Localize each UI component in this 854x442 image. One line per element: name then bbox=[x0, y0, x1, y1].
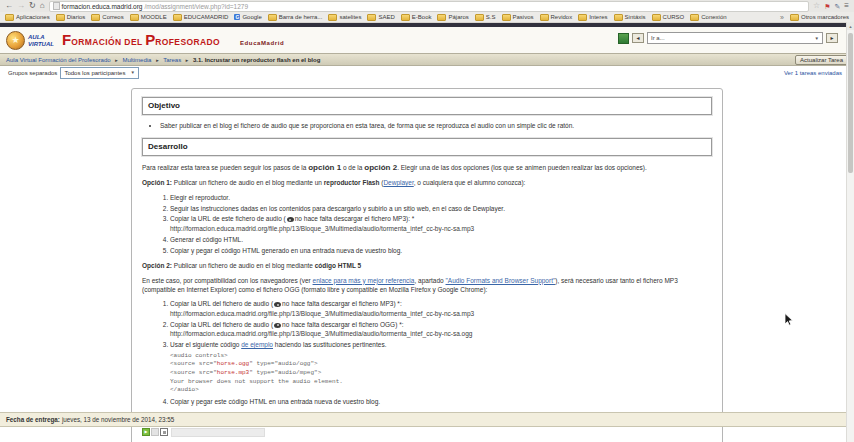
folder-icon bbox=[578, 14, 587, 21]
play-button[interactable]: ▶ bbox=[142, 428, 150, 436]
progress-bar[interactable] bbox=[171, 428, 265, 437]
folder-icon bbox=[437, 14, 446, 21]
code-text: " type="audio/ogg"> bbox=[249, 360, 317, 367]
bookmark-item[interactable]: Sintáxis bbox=[614, 14, 646, 21]
audio-url-ogg: http://formacion.educa.madrid.org/file.p… bbox=[170, 329, 712, 338]
site-title: FORMACIÓN DEL PROFESORADO bbox=[62, 31, 220, 49]
code-block: <audio controls> <source src="horse.ogg"… bbox=[170, 352, 712, 395]
objetivo-bullet: Saber publicar en el blog el fichero de … bbox=[160, 121, 712, 130]
step-text: Copiar y pegar el código HTML generado e… bbox=[170, 247, 402, 254]
jump-select[interactable]: Ir a... ▼ bbox=[647, 32, 823, 44]
bookmark-item[interactable]: Interes bbox=[578, 14, 607, 21]
audio-formats-link[interactable]: "Audio Formats and Browser Support" bbox=[446, 277, 556, 284]
bookmark-item[interactable]: GGoogle bbox=[234, 14, 261, 20]
folder-icon bbox=[268, 14, 277, 21]
bookmark-item[interactable]: EDUCAMADRID bbox=[173, 14, 229, 21]
bookmark-label: SAED bbox=[378, 14, 394, 20]
bookmarks-overflow-icon[interactable]: » bbox=[780, 14, 784, 21]
list-item: Copiar la URL del fichero de audio (no h… bbox=[170, 320, 712, 339]
step-text: Elegir el reproductor. bbox=[170, 194, 230, 201]
reference-link[interactable]: enlace para más y mejor referencia bbox=[313, 277, 415, 284]
reload-icon[interactable]: ↻ bbox=[29, 2, 36, 10]
desarrollo-heading: Desarrollo bbox=[142, 138, 712, 156]
objetivo-heading: Objetivo bbox=[142, 97, 712, 115]
google-icon: G bbox=[234, 14, 240, 20]
step-text: Copiar la URL del fichero de audio ( bbox=[170, 321, 273, 328]
flag-icon[interactable]: ⚑ bbox=[824, 3, 830, 10]
bookmark-item[interactable]: satelites bbox=[328, 14, 361, 21]
option2-intro-text: En este caso, por compatibilidad con los… bbox=[142, 277, 313, 284]
scrollbar-thumb[interactable] bbox=[848, 33, 853, 173]
bookmark-item[interactable]: Conexión bbox=[690, 14, 726, 21]
jump-next-button[interactable]: ► bbox=[826, 33, 838, 43]
bookmark-item[interactable]: Diarios bbox=[56, 14, 86, 21]
chevron-down-icon: ▼ bbox=[815, 36, 819, 41]
toolbar-row: Grupos separados Todos los participantes… bbox=[0, 66, 854, 79]
forward-icon[interactable]: → bbox=[17, 2, 25, 10]
option1-heading: Opción 1: Publicar un fichero de audio e… bbox=[142, 178, 712, 187]
breadcrumb-current: 3.1. Incrustar un reproductor flash en e… bbox=[193, 57, 320, 63]
bookmark-item[interactable]: SAED bbox=[367, 14, 394, 21]
list-item: Seguir las instrucciones dadas en los co… bbox=[170, 204, 712, 213]
view-submissions-link[interactable]: Ver 1 tareas enviadas bbox=[784, 70, 842, 76]
example-code-link[interactable]: de ejemplo bbox=[241, 341, 273, 348]
home-icon[interactable]: ⌂ bbox=[40, 2, 45, 10]
stop-button[interactable] bbox=[160, 428, 168, 436]
pencil-icon[interactable]: ✎ bbox=[834, 3, 840, 10]
list-item: Generar el código HTML. bbox=[170, 235, 712, 244]
jump-prev-button[interactable]: ◄ bbox=[632, 33, 644, 43]
update-task-button[interactable]: Actualizar Tarea bbox=[795, 55, 848, 65]
bookmark-item[interactable]: Pájaros bbox=[437, 14, 468, 21]
bookmark-item[interactable]: Revidox bbox=[540, 14, 573, 21]
option1-ref: opción 1 bbox=[308, 163, 341, 172]
groups-select[interactable]: Todos los participantes ▼ bbox=[60, 67, 139, 79]
bookmark-item[interactable]: CURSO bbox=[652, 14, 685, 21]
flash-player-ref: reproductor Flash bbox=[324, 179, 380, 186]
star-icon[interactable]: ☆ bbox=[813, 2, 820, 10]
step-text: haciendo las sustituciones pertinentes. bbox=[273, 341, 386, 348]
code-text: " type="audio/mpeg"> bbox=[249, 369, 321, 376]
option2-ref: opción 2 bbox=[364, 163, 397, 172]
educamadrid-brand: EducaMadrid bbox=[240, 40, 284, 46]
assignment-box: Objetivo Saber publicar en el blog el fi… bbox=[131, 88, 723, 442]
menu-icon[interactable]: ≡ bbox=[844, 2, 849, 10]
aula-virtual-logo[interactable]: ★ AulaVirtual bbox=[6, 31, 54, 50]
bookmark-item[interactable]: Pasivos bbox=[502, 14, 534, 21]
code-line: <audio controls> bbox=[170, 352, 712, 361]
folder-icon bbox=[502, 14, 511, 21]
eye-icon bbox=[274, 302, 281, 307]
breadcrumb-multimedia[interactable]: Multimedia bbox=[122, 57, 151, 63]
bookmark-item[interactable]: MOODLE bbox=[130, 14, 167, 21]
back-icon[interactable]: ← bbox=[5, 2, 13, 10]
bookmark-item[interactable]: E-Book bbox=[401, 14, 432, 21]
code-text: <audio controls> bbox=[170, 352, 228, 359]
duedate-bar: Fecha de entrega: jueves, 13 de noviembr… bbox=[0, 412, 854, 427]
folder-icon bbox=[173, 14, 182, 21]
bookmark-item[interactable]: Barra de herra... bbox=[268, 14, 323, 21]
list-item: Elegir el reproductor. bbox=[170, 193, 712, 202]
scroll-up-icon[interactable]: ▲ bbox=[847, 22, 854, 30]
bookmark-item[interactable]: S.S bbox=[475, 14, 496, 21]
breadcrumb-root[interactable]: Aula Virtual Formación del Profesorado bbox=[6, 57, 111, 63]
bookmark-label: CURSO bbox=[663, 14, 685, 20]
page-icon bbox=[53, 2, 60, 10]
code-text: <source src=" bbox=[170, 360, 217, 367]
jump-select-value: Ir a... bbox=[651, 35, 665, 41]
scrollbar[interactable]: ▲ bbox=[846, 22, 854, 442]
breadcrumb-tareas[interactable]: Tareas bbox=[163, 57, 181, 63]
option1-steps: Elegir el reproductor. Seguir las instru… bbox=[142, 193, 712, 256]
dewplayer-link[interactable]: Dewplayer bbox=[383, 179, 413, 186]
other-bookmarks[interactable]: Otros marcadores bbox=[790, 14, 849, 21]
url-bar[interactable]: formacion.educa.madrid.org /mod/assignme… bbox=[49, 1, 809, 12]
bookmark-item[interactable]: Correos bbox=[91, 14, 123, 21]
bookmark-label: Pasivos bbox=[513, 14, 534, 20]
bookmark-label: Pájaros bbox=[448, 14, 468, 20]
bookmark-label: Otros marcadores bbox=[801, 14, 849, 20]
step-text: Copiar la URL del fichero de audio ( bbox=[170, 300, 273, 307]
code-text: <source src=" bbox=[170, 369, 217, 376]
code-string: horse.ogg bbox=[217, 360, 249, 367]
chevron-down-icon: ▼ bbox=[130, 70, 134, 75]
pause-button[interactable] bbox=[151, 428, 159, 436]
bookmark-item[interactable]: Aplicaciones bbox=[5, 14, 50, 21]
bookmark-label: satelites bbox=[339, 14, 361, 20]
